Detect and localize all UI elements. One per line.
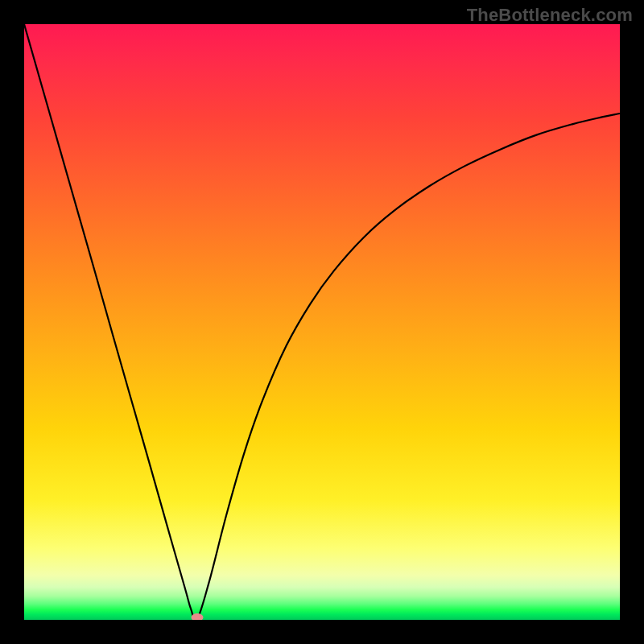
chart-frame: TheBottleneck.com: [0, 0, 644, 644]
curve-path: [24, 24, 620, 620]
watermark-text: TheBottleneck.com: [467, 5, 633, 26]
bottleneck-curve: [24, 24, 620, 620]
optimal-point-marker: [191, 613, 203, 620]
plot-area: [24, 24, 620, 620]
